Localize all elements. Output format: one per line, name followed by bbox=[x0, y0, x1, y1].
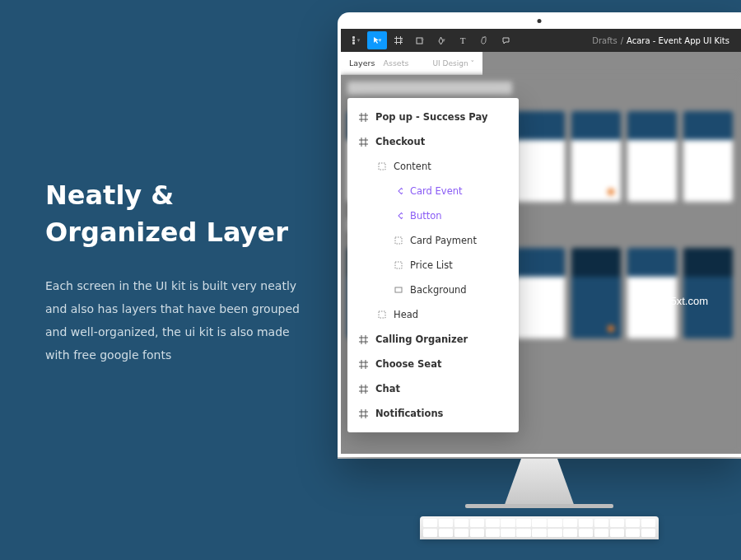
camera-dot bbox=[538, 19, 542, 23]
move-tool-button[interactable]: ▾ bbox=[367, 31, 387, 49]
svg-rect-0 bbox=[352, 36, 355, 39]
group-icon bbox=[394, 261, 403, 270]
imac-base bbox=[465, 504, 613, 508]
svg-rect-16 bbox=[379, 163, 385, 170]
layer-label: Head bbox=[394, 309, 418, 320]
breadcrumb[interactable]: Drafts / Acara - Event App UI Kits bbox=[592, 36, 736, 45]
svg-rect-18 bbox=[398, 212, 403, 218]
layer-frame-choose-seat[interactable]: Choose Seat bbox=[347, 352, 519, 376]
layer-label: Pop up - Success Pay bbox=[375, 111, 487, 123]
layer-component-button[interactable]: Button bbox=[347, 203, 519, 228]
hand-tool-button[interactable] bbox=[474, 31, 494, 49]
layer-label: Calling Organizer bbox=[375, 334, 468, 345]
left-panel-tabs: Layers Assets UI Design ˅ bbox=[341, 52, 482, 75]
group-icon bbox=[377, 310, 386, 320]
frame-tool-button[interactable]: ▾ bbox=[389, 31, 408, 49]
svg-rect-21 bbox=[395, 287, 402, 292]
body-text: Each screen in the UI kit is built very … bbox=[45, 274, 317, 366]
layer-label: Card Payment bbox=[410, 235, 477, 246]
headline-line2: Organized Layer bbox=[45, 217, 288, 248]
layer-group-head[interactable]: Head bbox=[347, 302, 519, 327]
figma-screen: ▾ ▾ ▾ ▾ ▾ T Drafts / Acara - Event App U… bbox=[341, 29, 741, 454]
svg-rect-22 bbox=[379, 311, 385, 318]
component-icon bbox=[394, 187, 403, 196]
marketing-copy: Neatly & Organized Layer Each screen in … bbox=[45, 177, 317, 366]
layer-rect-background[interactable]: Background bbox=[347, 278, 519, 302]
layer-label: Price List bbox=[410, 259, 453, 271]
keys-grid bbox=[420, 516, 659, 539]
layer-frame-chat[interactable]: Chat bbox=[347, 376, 519, 401]
layer-label: Button bbox=[410, 210, 442, 222]
headline-line1: Neatly & bbox=[45, 180, 174, 211]
layer-frame-checkout[interactable]: Checkout bbox=[347, 129, 519, 154]
main-menu-button[interactable]: ▾ bbox=[346, 31, 366, 49]
keyboard bbox=[420, 516, 659, 539]
component-icon bbox=[394, 212, 403, 221]
watermark-text: www.25xt.com bbox=[639, 295, 708, 307]
layer-component-card-event[interactable]: Card Event bbox=[347, 179, 519, 203]
pen-tool-button[interactable]: ▾ bbox=[431, 31, 451, 49]
layer-group-content[interactable]: Content bbox=[347, 154, 519, 179]
frame-icon bbox=[359, 138, 368, 147]
group-icon bbox=[377, 162, 386, 171]
svg-rect-1 bbox=[352, 40, 355, 42]
layer-label: Notifications bbox=[375, 408, 443, 419]
svg-rect-17 bbox=[398, 188, 403, 194]
breadcrumb-root[interactable]: Drafts bbox=[592, 36, 617, 45]
layer-group-price-list[interactable]: Price List bbox=[347, 253, 519, 278]
imac-mockup: ▾ ▾ ▾ ▾ ▾ T Drafts / Acara - Event App U… bbox=[338, 12, 741, 539]
layer-frame-calling[interactable]: Calling Organizer bbox=[347, 327, 519, 352]
svg-rect-19 bbox=[395, 237, 402, 244]
layer-group-card-payment[interactable]: Card Payment bbox=[347, 228, 519, 253]
layer-label: Choose Seat bbox=[375, 358, 441, 370]
headline: Neatly & Organized Layer bbox=[45, 177, 317, 251]
frame-icon bbox=[359, 113, 368, 122]
rectangle-icon bbox=[394, 286, 403, 295]
figma-toolbar: ▾ ▾ ▾ ▾ ▾ T Drafts / Acara - Event App U… bbox=[341, 29, 741, 52]
layer-frame-notifications[interactable]: Notifications bbox=[347, 401, 519, 426]
comment-tool-button[interactable] bbox=[496, 31, 515, 49]
svg-rect-20 bbox=[395, 262, 402, 268]
layer-label: Card Event bbox=[410, 185, 463, 197]
text-tool-button[interactable]: T bbox=[453, 31, 473, 49]
frame-icon bbox=[359, 360, 368, 369]
frame-icon bbox=[359, 409, 368, 418]
screen-bezel: ▾ ▾ ▾ ▾ ▾ T Drafts / Acara - Event App U… bbox=[338, 12, 741, 457]
breadcrumb-sep: / bbox=[621, 36, 623, 45]
svg-rect-2 bbox=[352, 42, 355, 44]
tab-assets[interactable]: Assets bbox=[383, 58, 408, 68]
breadcrumb-current[interactable]: Acara - Event App UI Kits bbox=[627, 36, 729, 45]
frame-icon bbox=[359, 385, 368, 394]
layer-label: Content bbox=[394, 161, 431, 172]
imac-stand bbox=[494, 459, 585, 504]
frame-icon bbox=[359, 335, 368, 344]
layers-panel: Pop up - Success Pay Checkout Content Ca… bbox=[347, 98, 519, 432]
group-icon bbox=[394, 236, 403, 245]
tab-layers[interactable]: Layers bbox=[349, 58, 375, 68]
layer-label: Background bbox=[410, 284, 467, 296]
layer-label: Chat bbox=[375, 383, 400, 394]
layer-label: Checkout bbox=[375, 136, 425, 147]
layer-frame-popup[interactable]: Pop up - Success Pay bbox=[347, 105, 519, 129]
shape-tool-button[interactable]: ▾ bbox=[410, 31, 430, 49]
page-dropdown[interactable]: UI Design ˅ bbox=[432, 59, 474, 68]
imac-chin bbox=[338, 457, 741, 459]
